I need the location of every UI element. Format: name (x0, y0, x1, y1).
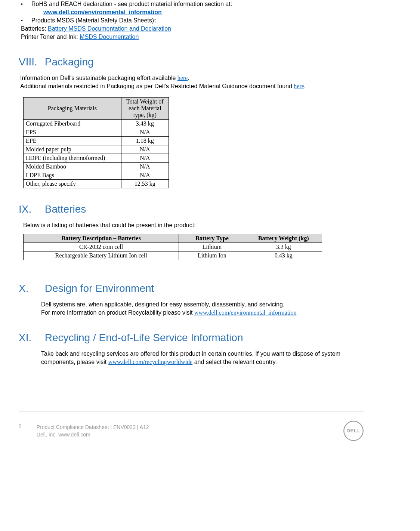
footer-url: www.dell.com (58, 432, 90, 438)
pkg-weight: N/A (121, 154, 169, 163)
dell-logo-icon: DELL (343, 420, 364, 441)
packaging-here2-link[interactable]: here (294, 83, 304, 89)
design-p2-a: For more information on product Recyclab… (41, 309, 194, 316)
bat-col-desc: Battery Description – Batteries (24, 234, 179, 243)
page-footer: 5 Product Compliance Datasheet | ENV0023… (19, 420, 364, 441)
table-row: HDPE (including thermoformed)N/A (24, 154, 169, 163)
section-design-heading: X. Design for Environment (19, 283, 364, 294)
toner-label: Printer Toner and Ink: (21, 34, 80, 40)
svg-text:DELL: DELL (346, 428, 360, 433)
footer-divider (19, 411, 364, 411)
recycling-p-b: and select the relevant country. (192, 359, 277, 365)
pkg-weight: 12.53 kg (121, 180, 169, 188)
pkg-weight: N/A (121, 171, 169, 180)
bullet-msds-text: Products MSDS (Material Safety Data Shee… (31, 17, 154, 24)
design-env-link[interactable]: www.dell.com/environmental_information (194, 309, 297, 316)
bat-col-type: Battery Type (179, 234, 245, 243)
roman-ix: IX. (19, 203, 42, 215)
pkg-material: EPS (24, 128, 121, 137)
pkg-weight: 1.18 kg (121, 137, 169, 145)
bat-type: Lithium (179, 243, 245, 251)
table-row: Molded paper pulpN/A (24, 145, 169, 154)
env-info-link[interactable]: www.dell.com/environmental_information (43, 9, 162, 15)
pkg-material: Molded paper pulp (24, 145, 121, 154)
design-p1: Dell systems are, when applicable, desig… (41, 301, 284, 308)
bullet-msds-colon: : (154, 17, 156, 24)
footer-company: Dell, Inc. (37, 432, 58, 438)
bat-weight: 0.43 kg (245, 251, 322, 260)
bullet-dot-icon: • (21, 16, 31, 25)
bat-weight: 3.3 kg (245, 243, 322, 251)
section-batteries-heading: IX. Batteries (19, 203, 364, 215)
bat-desc: Rechargeable Battery Lithium Ion cell (24, 251, 179, 260)
batteries-table: Battery Description – Batteries Battery … (23, 234, 322, 260)
table-row: CR-2032 coin cell Lithium 3.3 kg (24, 243, 322, 251)
footer-line1: Product Compliance Datasheet | ENV0023 |… (37, 423, 149, 431)
title-packaging: Packaging (45, 56, 94, 68)
table-row: LDPE BagsN/A (24, 171, 169, 180)
pkg-weight: N/A (121, 128, 169, 137)
toner-msds-link[interactable]: MSDS Documentation (80, 34, 139, 40)
pkg-material: Corrugated Fiberboard (24, 120, 121, 128)
bullet-rohs-text: RoHS and REACH declaration - see product… (31, 0, 232, 8)
table-row: Battery Description – Batteries Battery … (24, 234, 322, 243)
pkg-material: LDPE Bags (24, 171, 121, 180)
table-row: Corrugated Fiberboard3.43 kg (24, 120, 169, 128)
packaging-table: Packaging Materials Total Weight of each… (23, 97, 169, 188)
packaging-p2-b: . (304, 83, 306, 89)
page-number: 5 (19, 423, 22, 429)
pkg-material: EPE (24, 137, 121, 145)
bullet-msds: • Products MSDS (Material Safety Data Sh… (21, 16, 364, 25)
bat-type: Lithium Ion (179, 251, 245, 260)
table-row: Other, please specify12.53 kg (24, 180, 169, 188)
recycling-link[interactable]: www.dell.com/recyclingworldwide (108, 359, 193, 365)
title-design: Design for Environment (45, 283, 154, 294)
table-row: EPE1.18 kg (24, 137, 169, 145)
pkg-weight: 3.43 kg (121, 120, 169, 128)
title-recycling: Recycling / End-of-Life Service Informat… (45, 332, 243, 343)
bat-desc: CR-2032 coin cell (24, 243, 179, 251)
table-row: Packaging Materials Total Weight of each… (24, 98, 169, 120)
title-batteries: Batteries (45, 203, 86, 215)
batteries-intro: Below is a listing of batteries that cou… (23, 222, 196, 228)
table-row: Molded BambooN/A (24, 163, 169, 171)
packaging-here-link[interactable]: here (177, 75, 188, 81)
roman-viii: VIII. (19, 56, 42, 68)
packaging-p1-a: Information on Dell's sustainable packag… (20, 75, 177, 81)
bullet-rohs: • RoHS and REACH declaration - see produ… (21, 0, 364, 8)
table-row: EPSN/A (24, 128, 169, 137)
pkg-material: Other, please specify (24, 180, 121, 188)
section-recycling-heading: XI. Recycling / End-of-Life Service Info… (19, 332, 364, 344)
roman-x: X. (19, 283, 42, 294)
batteries-label: Batteries: (21, 25, 48, 32)
packaging-p2-a: Additional materials restricted in Packa… (20, 83, 294, 89)
battery-msds-link[interactable]: Battery MSDS Documentation and Declarati… (48, 25, 171, 32)
section-packaging-heading: VIII. Packaging (19, 56, 364, 68)
roman-xi: XI. (19, 332, 42, 344)
packaging-p1-b: . (188, 75, 189, 81)
packaging-col-materials: Packaging Materials (24, 98, 121, 120)
bat-col-weight: Battery Weight (kg) (245, 234, 322, 243)
bullet-dot-icon: • (21, 0, 31, 8)
packaging-col-weight: Total Weight of each Material type, (kg) (121, 98, 169, 120)
pkg-weight: N/A (121, 145, 169, 154)
pkg-material: Molded Bamboo (24, 163, 121, 171)
pkg-material: HDPE (including thermoformed) (24, 154, 121, 163)
table-row: Rechargeable Battery Lithium Ion cell Li… (24, 251, 322, 260)
pkg-weight: N/A (121, 163, 169, 171)
